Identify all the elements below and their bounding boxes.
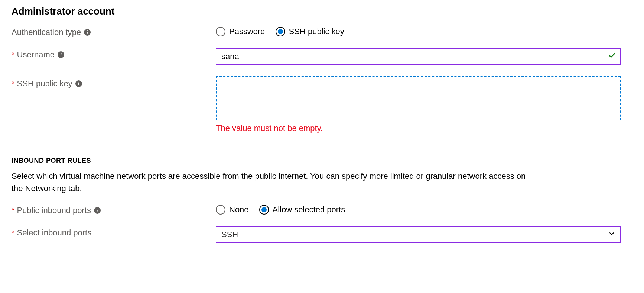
required-star-icon: * bbox=[12, 206, 15, 215]
required-star-icon: * bbox=[12, 79, 15, 88]
admin-account-panel: Administrator account Authentication typ… bbox=[0, 0, 644, 293]
admin-account-title: Administrator account bbox=[12, 6, 632, 17]
inbound-port-rules-description: Select which virtual machine network por… bbox=[12, 170, 531, 194]
select-inbound-label: Select inbound ports bbox=[17, 228, 92, 238]
public-inbound-row: * Public inbound ports i None Allow sele… bbox=[12, 204, 632, 215]
radio-checked-icon bbox=[259, 205, 269, 215]
select-inbound-row: * Select inbound ports SSH bbox=[12, 226, 632, 243]
select-inbound-wrapper: SSH bbox=[216, 226, 621, 243]
text-cursor-icon bbox=[221, 80, 221, 89]
public-inbound-controls: None Allow selected ports bbox=[216, 205, 621, 215]
username-control bbox=[216, 48, 621, 65]
ssh-key-error: The value must not be empty. bbox=[216, 123, 621, 133]
info-icon[interactable]: i bbox=[75, 80, 82, 87]
public-inbound-radio-group: None Allow selected ports bbox=[216, 205, 621, 215]
inbound-port-rules-heading: INBOUND PORT RULES bbox=[12, 157, 632, 165]
ssh-key-label-col: * SSH public key i bbox=[12, 76, 216, 88]
public-inbound-label: Public inbound ports bbox=[17, 206, 91, 215]
auth-type-password-label: Password bbox=[229, 27, 265, 36]
ssh-key-textarea-wrapper bbox=[216, 76, 621, 120]
ssh-key-label: SSH public key bbox=[17, 79, 72, 88]
radio-unchecked-icon bbox=[216, 27, 225, 36]
auth-type-label: Authentication type bbox=[12, 28, 81, 37]
auth-type-ssh-label: SSH public key bbox=[289, 27, 344, 36]
required-star-icon: * bbox=[12, 228, 15, 238]
auth-type-label-col: Authentication type i bbox=[12, 26, 216, 37]
info-icon[interactable]: i bbox=[94, 207, 101, 214]
username-label-col: * Username i bbox=[12, 48, 216, 59]
select-inbound-control: SSH bbox=[216, 226, 621, 243]
username-row: * Username i bbox=[12, 48, 632, 65]
select-inbound-dropdown[interactable]: SSH bbox=[216, 226, 621, 243]
public-inbound-label-col: * Public inbound ports i bbox=[12, 204, 216, 215]
auth-type-ssh-radio[interactable]: SSH public key bbox=[276, 27, 344, 36]
select-inbound-value: SSH bbox=[221, 230, 238, 239]
checkmark-icon bbox=[608, 51, 616, 62]
radio-dot-icon bbox=[261, 207, 267, 212]
required-star-icon: * bbox=[12, 50, 15, 59]
radio-dot-icon bbox=[278, 29, 283, 34]
auth-type-row: Authentication type i Password SSH publi… bbox=[12, 26, 632, 37]
auth-type-controls: Password SSH public key bbox=[216, 27, 621, 36]
public-inbound-allow-label: Allow selected ports bbox=[273, 205, 345, 215]
ssh-key-control: The value must not be empty. bbox=[216, 76, 621, 133]
ssh-key-row: * SSH public key i The value must not be… bbox=[12, 76, 632, 133]
auth-type-password-radio[interactable]: Password bbox=[216, 27, 265, 36]
username-input-wrapper bbox=[216, 48, 621, 65]
public-inbound-none-label: None bbox=[229, 205, 249, 215]
info-icon[interactable]: i bbox=[84, 29, 91, 36]
ssh-key-textarea[interactable] bbox=[216, 76, 621, 120]
select-inbound-label-col: * Select inbound ports bbox=[12, 226, 216, 238]
public-inbound-none-radio[interactable]: None bbox=[216, 205, 249, 215]
auth-type-radio-group: Password SSH public key bbox=[216, 27, 621, 36]
username-label: Username bbox=[17, 50, 55, 59]
radio-checked-icon bbox=[276, 27, 285, 36]
info-icon[interactable]: i bbox=[58, 51, 64, 58]
radio-unchecked-icon bbox=[216, 205, 225, 215]
username-input[interactable] bbox=[216, 48, 621, 65]
public-inbound-allow-radio[interactable]: Allow selected ports bbox=[259, 205, 345, 215]
